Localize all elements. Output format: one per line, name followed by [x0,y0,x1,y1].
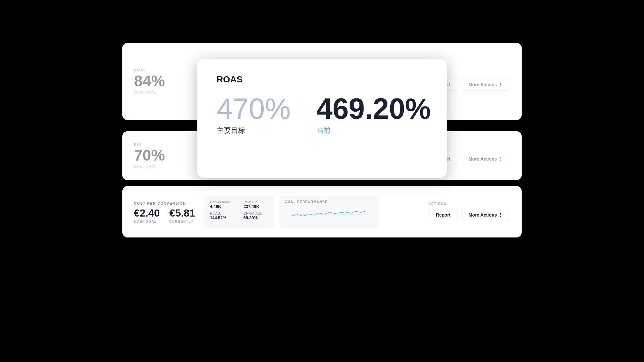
cpc-revenue-label: Revenue: [243,200,268,204]
cpc-roas-label: ROAS: [210,211,234,215]
cpc-metric-label: COST PER CONVERSION [134,201,186,205]
cpc-goal-label: GOAL PERFORMANCE [285,200,374,204]
roi-bg-metric-sublabel: MAIN GOAL [134,165,205,169]
roi-bg-metric-label: ROI [134,143,205,146]
popup-main-goal-label: 主要目标 [217,126,291,135]
cpc-current-value: €5.81 [169,207,195,219]
roas-bg-left: ROAS 84% MAIN GOAL [134,68,205,94]
cpc-main-goal: €2.40 MAIN GOAL [134,207,160,223]
cpc-more-actions-button[interactable]: More Actions ⋮ [461,209,510,221]
popup-main-goal-group: 470% 主要目标 [217,94,291,135]
cpc-crr-label: CRR/ACoS: [243,211,268,215]
cpc-stats-grid: Conversions: 4.46K Revenue: €37.46K ROAS… [210,200,268,220]
popup-main-goal-value: 470% [217,94,291,123]
cpc-crr: CRR/ACoS: 69.20% [243,211,268,220]
cpc-stats-block: Conversions: 4.46K Revenue: €37.46K ROAS… [204,196,274,228]
cpc-revenue-value: €37.46K [243,204,268,209]
cpc-action-buttons: Report More Actions ⋮ [429,209,510,221]
cpc-main-goal-value: €2.40 [134,207,160,219]
cpc-revenue: Revenue: €37.46K [243,200,268,209]
roas-bg-metric-sublabel: MAIN GOAL [134,91,205,94]
cpc-conversions-value: 4.46K [210,204,234,209]
cpc-conversions-label: Conversions: [210,200,234,204]
roas-bg-more-actions-button[interactable]: More Actions ⋮ [461,79,510,91]
roi-bg-left: ROI 70% MAIN GOAL [134,143,205,169]
cpc-current: €5.81 CURRENTLY [169,207,195,223]
cpc-left: COST PER CONVERSION €2.40 MAIN GOAL €5.8… [134,200,198,223]
cpc-current-sublabel: CURRENTLY [169,220,195,223]
popup-metrics: 470% 主要目标 469.20% 当前 [217,94,428,162]
cpc-roas-value: 144.52% [210,215,234,220]
cpc-goal-chart-svg [285,206,374,220]
popup-current-value: 469.20% [317,94,431,123]
cpc-card: COST PER CONVERSION €2.40 MAIN GOAL €5.8… [122,186,522,237]
cpc-conversions: Conversions: 4.46K [210,200,234,209]
cpc-report-button[interactable]: Report [429,209,458,221]
cpc-goal-block: GOAL PERFORMANCE [279,196,379,228]
roi-bg-more-actions-button[interactable]: More Actions ⋮ [461,153,510,165]
roas-popup-card: ROAS 470% 主要目标 469.20% 当前 [197,59,447,178]
roas-bg-metric-label: ROAS [134,68,205,72]
roi-bg-metric-value: 70% [134,148,205,163]
popup-title: ROAS [217,74,428,85]
cpc-roas: ROAS: 144.52% [210,211,234,220]
roas-bg-metric-value: 84% [134,73,205,89]
cpc-values: €2.40 MAIN GOAL €5.81 CURRENTLY [134,207,198,223]
popup-current-label: 当前 [317,126,431,135]
cpc-actions-label: ACTIONS [429,202,447,206]
cpc-actions: ACTIONS Report More Actions ⋮ [429,202,510,221]
popup-current-group: 469.20% 当前 [317,94,431,135]
cpc-main-goal-sublabel: MAIN GOAL [134,220,160,223]
cpc-crr-value: 69.20% [243,215,268,220]
